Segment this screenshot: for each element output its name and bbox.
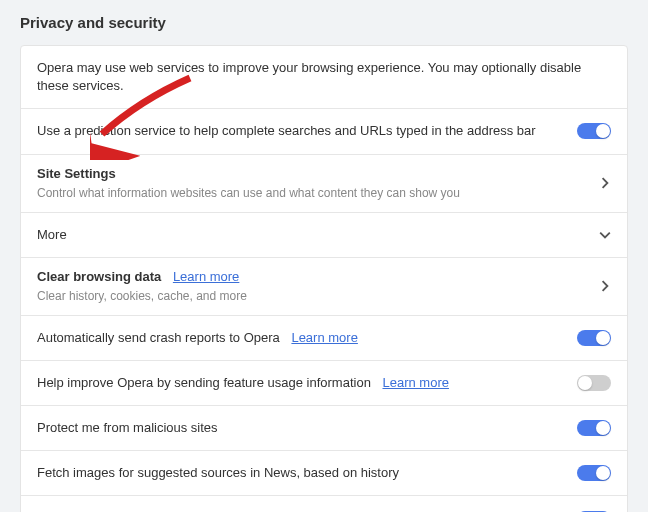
crash-learn-more-link[interactable]: Learn more — [291, 330, 357, 345]
info-text: Opera may use web services to improve yo… — [37, 59, 611, 95]
settings-panel: Opera may use web services to improve yo… — [20, 45, 628, 512]
chevron-right-icon — [599, 177, 611, 189]
clear-data-learn-more-link[interactable]: Learn more — [173, 269, 239, 284]
malicious-toggle[interactable] — [577, 420, 611, 436]
chevron-down-icon — [599, 229, 611, 241]
feature-usage-row: Help improve Opera by sending feature us… — [21, 361, 627, 406]
crash-label: Automatically send crash reports to Oper… — [37, 330, 280, 345]
info-row: Opera may use web services to improve yo… — [21, 46, 627, 109]
clear-data-sub: Clear history, cookies, cache, and more — [37, 288, 587, 305]
chevron-right-icon — [599, 280, 611, 292]
crash-reports-row: Automatically send crash reports to Oper… — [21, 316, 627, 361]
usage-learn-more-link[interactable]: Learn more — [382, 375, 448, 390]
prediction-row: Use a prediction service to help complet… — [21, 109, 627, 154]
prediction-label: Use a prediction service to help complet… — [37, 122, 565, 140]
clear-data-title: Clear browsing data — [37, 269, 161, 284]
privacy-security-page: Privacy and security Opera may use web s… — [0, 0, 648, 512]
clear-browsing-data-row[interactable]: Clear browsing data Learn more Clear his… — [21, 258, 627, 316]
more-row[interactable]: More — [21, 213, 627, 258]
usage-toggle[interactable] — [577, 375, 611, 391]
more-title: More — [37, 226, 587, 244]
usage-label: Help improve Opera by sending feature us… — [37, 375, 371, 390]
news-images-label: Fetch images for suggested sources in Ne… — [37, 464, 565, 482]
site-settings-sub: Control what information websites can us… — [37, 185, 587, 202]
prediction-toggle[interactable] — [577, 123, 611, 139]
news-images-toggle[interactable] — [577, 465, 611, 481]
section-title: Privacy and security — [20, 14, 628, 31]
site-settings-title: Site Settings — [37, 165, 587, 183]
malicious-label: Protect me from malicious sites — [37, 419, 565, 437]
site-settings-row[interactable]: Site Settings Control what information w… — [21, 155, 627, 213]
crash-toggle[interactable] — [577, 330, 611, 346]
malicious-sites-row: Protect me from malicious sites — [21, 406, 627, 451]
news-images-row: Fetch images for suggested sources in Ne… — [21, 451, 627, 496]
promo-row: Display promotional notifications — [21, 496, 627, 512]
